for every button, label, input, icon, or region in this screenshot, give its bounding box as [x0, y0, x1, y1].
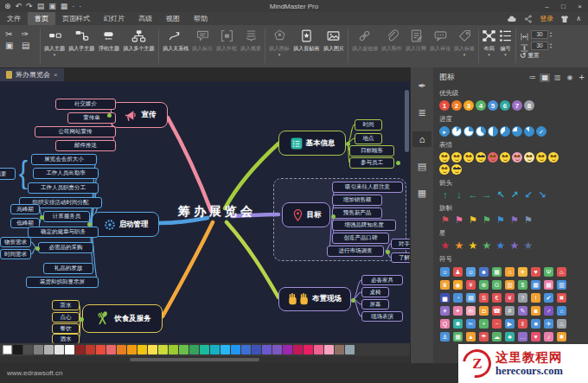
eye-toggle-icon[interactable]: ◉ — [566, 73, 575, 82]
symbol-icon[interactable]: ▤ — [466, 293, 476, 303]
layout-button[interactable]: 布局▾ — [481, 27, 497, 56]
symbol-icon[interactable]: ✎ — [518, 306, 527, 316]
node-bibei-jiaju[interactable]: 必备家具 — [361, 275, 403, 285]
symbol-icon[interactable]: ☺ — [440, 267, 450, 277]
color-swatch[interactable] — [127, 345, 137, 354]
symbol-icon[interactable]: ♨ — [557, 319, 566, 329]
emoji-cool-icon[interactable] — [451, 164, 462, 175]
emoji-pink-icon[interactable] — [512, 152, 522, 163]
color-swatch[interactable] — [335, 345, 344, 354]
symbol-icon[interactable]: S — [479, 293, 489, 303]
color-swatch[interactable] — [86, 345, 95, 354]
node-xuanchuan[interactable]: 宣传 — [111, 102, 168, 128]
h-spacing-value[interactable]: 30 — [531, 30, 548, 39]
symbol-icon[interactable]: ¥ — [466, 280, 476, 290]
symbol-icon[interactable]: ◙ — [531, 306, 540, 316]
progress-icon[interactable] — [524, 126, 534, 137]
color-swatch[interactable] — [13, 345, 22, 354]
gallery-panel-icon[interactable]: ▦ — [412, 185, 431, 201]
star-icon[interactable]: ★ — [495, 240, 507, 251]
star-icon[interactable]: ★ — [439, 240, 451, 251]
insert-boundary-button[interactable]: 插入外框 — [214, 27, 239, 53]
node-huisuo-daxiao[interactable]: 展览会会所大小 — [31, 154, 97, 165]
symbol-icon[interactable]: Q — [440, 319, 450, 329]
color-swatch[interactable] — [106, 345, 116, 354]
arrow-icon[interactable]: ↓ — [453, 190, 465, 200]
login-button[interactable]: 登录 — [540, 14, 553, 23]
symbol-icon[interactable]: ▦ — [453, 332, 463, 342]
symbol-icon[interactable]: G — [492, 280, 502, 290]
grid-view-icon[interactable]: ▦ — [540, 73, 550, 82]
symbol-icon[interactable]: ⌂ — [557, 306, 566, 316]
node-chanpin-koubei[interactable]: 创造产品口碑 — [332, 233, 389, 244]
insert-callout-button[interactable]: 插入标注 — [190, 27, 214, 53]
node-zhize-fengong[interactable]: 工作人员职责分工 — [28, 182, 99, 194]
central-topic[interactable]: 筹办展览会 — [178, 204, 256, 220]
insert-comment-button[interactable]: 插入评论 — [428, 27, 452, 53]
color-swatch[interactable] — [241, 345, 251, 354]
symbol-icon[interactable]: $ — [518, 280, 527, 290]
node-youjian-tuisong[interactable]: 邮件推送 — [55, 140, 116, 151]
symbol-icon[interactable]: ✱ — [557, 332, 566, 342]
progress-icon[interactable] — [512, 126, 522, 137]
node-gongsi-wangzhan[interactable]: 公司网站宣传 — [35, 126, 116, 137]
flag-icon[interactable]: ⚑ — [508, 215, 521, 225]
color-swatch[interactable] — [96, 345, 105, 354]
arrow-icon[interactable]: ← — [467, 190, 479, 200]
h-spacing-stepper[interactable]: ▴▾ — [550, 31, 552, 38]
more-2-icon[interactable]: · — [79, 3, 81, 10]
color-swatch[interactable] — [220, 345, 230, 354]
node-yinshi-fuwu[interactable]: 饮食及服务 — [82, 304, 163, 333]
symbol-icon[interactable]: € — [492, 293, 502, 303]
node-canyu-yuangong[interactable]: 参与员工 — [349, 157, 394, 169]
node-lipin-fafang[interactable]: 礼品的发放 — [43, 263, 93, 274]
color-swatch[interactable] — [252, 345, 261, 354]
insert-picture-button[interactable]: 插入图片 — [322, 27, 346, 53]
symbol-icon[interactable]: ▅ — [440, 293, 450, 303]
node-jiushui[interactable]: 酒水 — [52, 334, 80, 343]
menu-首页[interactable]: 首页 — [28, 12, 55, 25]
app-logo-icon[interactable]: ⊗ — [4, 3, 11, 10]
symbol-icon[interactable]: ♂ — [544, 306, 553, 316]
insert-icon-button[interactable]: 插入图标▾ — [267, 27, 291, 56]
symbol-icon[interactable]: ♟ — [453, 267, 463, 277]
icon-panel-icon[interactable]: ⌂ — [412, 131, 431, 147]
share-icon[interactable] — [523, 15, 534, 23]
emoji-plain-icon[interactable] — [439, 152, 450, 163]
symbol-icon[interactable]: ♪ — [544, 332, 553, 342]
symbol-icon[interactable]: ▶ — [505, 319, 514, 329]
insert-summary-button[interactable]: 插入概要 — [239, 27, 263, 53]
insert-multiple-topics-button[interactable]: 插入多个主题 — [121, 27, 157, 53]
color-swatch[interactable] — [283, 345, 292, 354]
paste-icon[interactable]: ▣ — [5, 41, 18, 50]
arrow-icon[interactable]: ↘ — [536, 190, 548, 200]
symbol-icon[interactable]: ⚓ — [440, 332, 450, 342]
symbol-icon[interactable]: ♣ — [505, 332, 514, 342]
menu-文件[interactable]: 文件 — [0, 12, 28, 25]
priority-6-icon[interactable]: 6 — [500, 100, 510, 111]
node-jiben-xinxi[interactable]: 基本信息 — [278, 131, 346, 156]
color-swatch[interactable] — [179, 345, 189, 354]
symbol-icon[interactable]: ☎ — [492, 306, 502, 316]
symbol-icon[interactable]: ▦ — [544, 280, 553, 290]
node-dianxin[interactable]: 点心 — [52, 312, 80, 322]
node-qidong-guanli[interactable]: 启动管理 — [92, 212, 159, 237]
reset-button[interactable]: 重置 — [528, 52, 540, 60]
color-swatch[interactable] — [137, 345, 147, 354]
menu-幻灯片[interactable]: 幻灯片 — [97, 12, 131, 25]
symbol-icon[interactable]: ✈ — [518, 267, 527, 277]
symbol-icon[interactable]: ☻ — [479, 267, 489, 277]
node-didian[interactable]: 地点 — [355, 133, 382, 144]
print-icon[interactable]: ▦ — [61, 3, 68, 10]
symbol-icon[interactable]: # — [505, 306, 514, 316]
tab-close-icon[interactable]: × — [54, 71, 58, 79]
hscroll-thumb[interactable] — [130, 358, 259, 361]
emoji-plain-icon[interactable] — [536, 152, 546, 163]
color-swatch[interactable] — [324, 345, 334, 354]
v-spacing-stepper[interactable]: ▴▾ — [550, 42, 552, 49]
symbol-icon[interactable]: ♥ — [531, 332, 540, 342]
node-wuzi-xuqiu[interactable]: 物资需求 — [0, 237, 31, 247]
emoji-red-icon[interactable] — [488, 152, 498, 163]
color-swatch[interactable] — [272, 345, 282, 354]
priority-5-icon[interactable]: 5 — [488, 100, 498, 111]
